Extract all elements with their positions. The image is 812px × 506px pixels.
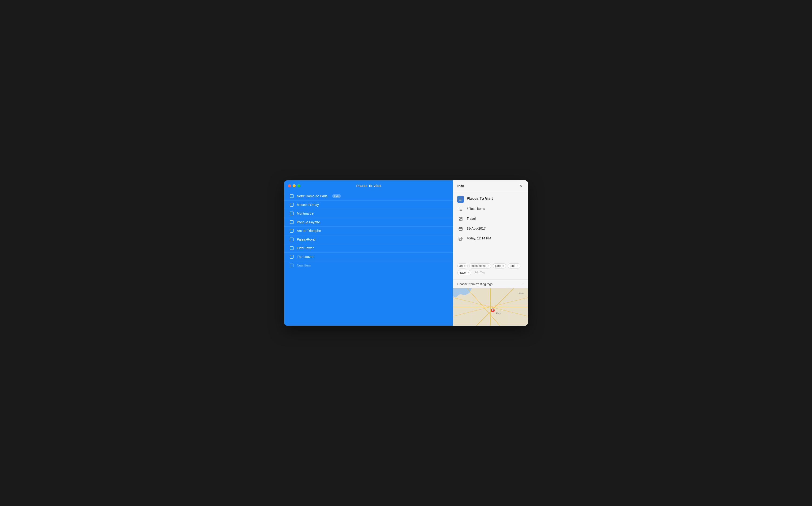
list-item[interactable]: Montmartre — [284, 209, 453, 218]
list-item[interactable]: Musee d'Orsay — [284, 200, 453, 209]
date: 13-Aug-2017 — [467, 226, 486, 230]
item-checkbox[interactable] — [290, 229, 293, 233]
traffic-lights — [288, 184, 300, 187]
tag-chip[interactable]: todo× — [508, 263, 520, 268]
tag-label: paris — [495, 264, 501, 267]
calendar-icon — [457, 226, 464, 232]
svg-rect-10 — [459, 228, 462, 231]
tag-chip[interactable]: art× — [457, 263, 468, 268]
total-items: 8 Total items — [467, 206, 485, 210]
modified-icon — [457, 236, 464, 242]
titlebar: Places To Visit — [284, 180, 453, 191]
chevron-right-icon: › — [523, 282, 524, 286]
info-body: Places To Visit 8 Total items — [453, 192, 528, 263]
date-row: 13-Aug-2017 — [457, 226, 524, 232]
close-button[interactable] — [288, 184, 291, 187]
list-item[interactable]: Notre Dame de Paristodo — [284, 192, 453, 200]
info-close-button[interactable]: ✕ — [519, 184, 524, 189]
item-text: Palais-Royal — [297, 238, 315, 241]
checklist: Notre Dame de ParistodoMusee d'OrsayMont… — [284, 191, 453, 326]
item-text: Arc de Triomphe — [297, 229, 321, 233]
tag-remove-icon[interactable]: × — [468, 271, 469, 274]
tag-label: todo — [510, 264, 515, 267]
info-panel: Info ✕ Places To Visit — [453, 180, 528, 326]
doc-title: Places To Visit — [467, 196, 493, 201]
svg-point-33 — [492, 309, 493, 311]
item-text: Montmartre — [297, 212, 314, 215]
list-item[interactable]: Pont La Fayette — [284, 218, 453, 227]
item-text: Eiffel Tower — [297, 246, 314, 250]
left-pane: Places To Visit Notre Dame de ParistodoM… — [284, 180, 453, 326]
tag-remove-icon[interactable]: × — [517, 264, 518, 267]
new-item-placeholder[interactable]: New Item — [297, 264, 311, 267]
map-area[interactable]: Paris Reims — [453, 288, 528, 326]
svg-rect-6 — [459, 218, 460, 219]
tag-remove-icon[interactable]: × — [464, 264, 465, 267]
svg-rect-8 — [459, 220, 460, 221]
info-panel-title: Info — [457, 184, 464, 188]
svg-rect-9 — [461, 219, 462, 221]
list-item[interactable]: Arc de Triomphe — [284, 227, 453, 235]
list-item[interactable]: Palais-Royal — [284, 235, 453, 244]
app-window: Places To Visit Notre Dame de ParistodoM… — [284, 180, 528, 326]
item-checkbox[interactable] — [290, 203, 293, 206]
category-row: Travel — [457, 216, 524, 222]
choose-existing-tags[interactable]: Choose from existing tags › — [453, 279, 528, 288]
tag-remove-icon[interactable]: × — [487, 264, 489, 267]
item-checkbox[interactable] — [290, 246, 293, 250]
minimize-button[interactable] — [293, 184, 296, 187]
tag-label: monuments — [471, 264, 486, 267]
svg-point-4 — [459, 209, 459, 209]
modified-row: Today, 12:14 PM — [457, 236, 524, 242]
item-checkbox[interactable] — [290, 212, 293, 215]
item-checkbox[interactable] — [290, 255, 293, 259]
tag-label: travel — [459, 271, 466, 274]
new-item-checkbox[interactable] — [290, 264, 293, 267]
maximize-button[interactable] — [297, 184, 300, 187]
list-item[interactable]: Eiffel Tower — [284, 244, 453, 253]
tag-chip[interactable]: paris× — [493, 263, 506, 268]
doc-icon — [457, 196, 464, 203]
tag-chip[interactable]: travel× — [457, 270, 471, 275]
svg-text:Reims: Reims — [519, 292, 524, 294]
svg-text:Paris: Paris — [496, 312, 501, 314]
doc-title-row: Places To Visit — [457, 196, 524, 203]
tags-row-1: art×monuments×paris×todo×travel×Add Tag — [457, 263, 524, 275]
total-items-row: 8 Total items — [457, 206, 524, 213]
svg-rect-7 — [461, 218, 462, 219]
window-title: Places To Visit — [356, 184, 381, 188]
list-item[interactable]: The Louvre — [284, 253, 453, 261]
tag-chip[interactable]: monuments× — [469, 263, 491, 268]
item-text: Notre Dame de Paris — [297, 194, 328, 198]
item-checkbox[interactable] — [290, 238, 293, 241]
add-tag-input[interactable]: Add Tag — [473, 270, 486, 275]
item-text: The Louvre — [297, 255, 313, 259]
category-icon — [457, 216, 464, 222]
item-text: Musee d'Orsay — [297, 203, 319, 206]
category: Travel — [467, 216, 475, 221]
svg-point-3 — [459, 208, 459, 208]
item-text: Pont La Fayette — [297, 220, 320, 224]
item-tag-badge: todo — [332, 194, 341, 198]
tags-section: art×monuments×paris×todo×travel×Add Tag — [453, 263, 528, 279]
new-item-row[interactable]: New Item — [284, 261, 453, 270]
tag-label: art — [459, 264, 463, 267]
modified: Today, 12:14 PM — [467, 236, 491, 240]
info-header: Info ✕ — [453, 180, 528, 192]
item-checkbox[interactable] — [290, 194, 293, 198]
tag-remove-icon[interactable]: × — [503, 264, 504, 267]
svg-point-5 — [459, 210, 459, 211]
list-icon — [457, 206, 464, 213]
choose-tags-label: Choose from existing tags — [457, 282, 492, 286]
item-checkbox[interactable] — [290, 220, 293, 224]
